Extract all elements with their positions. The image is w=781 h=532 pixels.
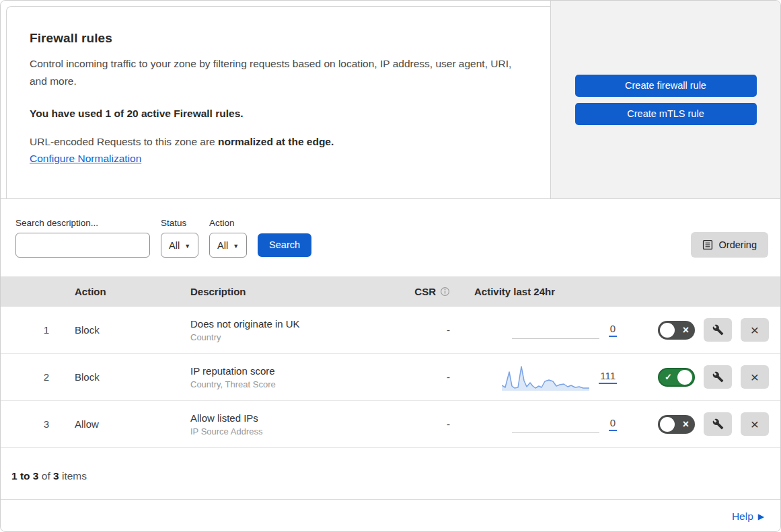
action-label: Action: [209, 218, 247, 228]
search-input-wrapper: [15, 233, 150, 258]
rule-activity-cell: 111: [461, 364, 629, 391]
ordering-button-label: Ordering: [719, 239, 757, 250]
normalization-note: URL-encoded Requests to this zone are no…: [30, 136, 526, 148]
search-input[interactable]: [28, 240, 149, 251]
firewall-rules-page: Firewall rules Control incoming traffic …: [0, 0, 781, 532]
rule-criteria: IP Source Address: [190, 426, 392, 436]
rule-criteria: Country, Threat Score: [190, 379, 392, 389]
list-document-icon: [702, 239, 713, 250]
status-label: Status: [161, 218, 198, 228]
configure-normalization-link[interactable]: Configure Normalization: [30, 153, 141, 165]
edit-rule-button[interactable]: [704, 318, 732, 342]
flat-sparkline: [512, 338, 599, 339]
rule-csr-value: -: [447, 324, 461, 336]
rule-priority: 1: [44, 324, 75, 336]
status-dropdown-value: All: [169, 240, 180, 251]
action-dropdown-value: All: [217, 240, 228, 251]
rule-enabled-toggle[interactable]: ✓ ×: [658, 415, 695, 434]
x-icon: ×: [683, 324, 689, 336]
ordering-button[interactable]: Ordering: [691, 232, 768, 258]
page-title: Firewall rules: [30, 31, 526, 46]
status-dropdown[interactable]: All ▼: [161, 233, 198, 258]
pagination-summary: 1 to 3 of 3 items: [1, 448, 780, 500]
action-column-header: Action: [75, 286, 190, 297]
intro-card: Firewall rules Control incoming traffic …: [6, 6, 550, 198]
csr-column-header: CSR: [414, 286, 461, 297]
action-dropdown[interactable]: All ▼: [209, 233, 247, 258]
table-row: 2 Block IP reputation score Country, Thr…: [1, 354, 780, 401]
items-of-text: of: [38, 470, 53, 482]
cta-panel: Create firewall rule Create mTLS rule: [550, 1, 780, 198]
rule-csr-value: -: [447, 371, 461, 383]
close-icon: ×: [751, 370, 759, 384]
rule-enabled-toggle[interactable]: ✓ ×: [658, 368, 695, 387]
normalization-bold: normalized at the edge.: [218, 136, 334, 147]
activity-count-link[interactable]: 0: [609, 323, 617, 337]
description-column-header: Description: [190, 286, 392, 297]
items-range: 1 to 3: [11, 470, 38, 482]
items-total: 3: [53, 470, 59, 482]
rule-controls: ✓ × ×: [629, 412, 780, 436]
activity-count-link[interactable]: 111: [599, 370, 617, 384]
rule-description-cell: Does not originate in UK Country: [190, 318, 392, 342]
x-icon: ×: [683, 418, 689, 430]
edit-rule-button[interactable]: [704, 365, 732, 389]
page-description: Control incoming traffic to your zone by…: [30, 55, 514, 90]
delete-rule-button[interactable]: ×: [741, 318, 769, 342]
toggle-knob: [660, 417, 675, 432]
usage-summary: You have used 1 of 20 active Firewall ru…: [30, 108, 526, 120]
toggle-knob: [660, 323, 675, 338]
delete-rule-button[interactable]: ×: [741, 412, 769, 436]
flat-sparkline: [512, 432, 599, 433]
rule-description-cell: IP reputation score Country, Threat Scor…: [190, 365, 392, 389]
activity-sparkline: [502, 364, 589, 391]
activity-sparkline: [512, 317, 599, 344]
chevron-right-icon: ▶: [758, 512, 764, 521]
rule-controls: ✓ × ×: [629, 365, 780, 389]
rule-controls: ✓ × ×: [629, 318, 780, 342]
rule-enabled-toggle[interactable]: ✓ ×: [658, 321, 695, 340]
edit-rule-button[interactable]: [704, 412, 732, 436]
rule-action: Block: [75, 371, 190, 383]
search-button[interactable]: Search: [258, 233, 311, 257]
table-header-row: Action Description CSR Activity last 24h…: [1, 276, 780, 307]
rule-description-cell: Allow listed IPs IP Source Address: [190, 412, 392, 436]
rules-table: Action Description CSR Activity last 24h…: [1, 276, 780, 448]
action-group: Action All ▼: [209, 218, 247, 258]
activity-sparkline: [512, 411, 599, 438]
rule-priority: 3: [44, 418, 75, 430]
activity-count-link[interactable]: 0: [609, 417, 617, 431]
toggle-knob: [677, 370, 692, 385]
rule-description: Does not originate in UK: [190, 318, 392, 330]
table-row: 3 Allow Allow listed IPs IP Source Addre…: [1, 401, 780, 448]
search-label: Search description...: [15, 218, 150, 228]
help-bar: Help ▶: [1, 500, 780, 532]
rule-action: Allow: [75, 418, 190, 430]
check-icon: ✓: [665, 372, 672, 382]
create-firewall-rule-button[interactable]: Create firewall rule: [575, 75, 757, 97]
rule-action: Block: [75, 324, 190, 336]
activity-column-header: Activity last 24hr: [461, 286, 629, 297]
status-group: Status All ▼: [161, 218, 198, 258]
help-link-label: Help: [732, 510, 753, 523]
rule-activity-cell: 0: [461, 317, 629, 344]
rule-csr-value: -: [447, 418, 461, 430]
search-group: Search description...: [15, 218, 150, 258]
rule-description: Allow listed IPs: [190, 412, 392, 424]
create-mtls-rule-button[interactable]: Create mTLS rule: [575, 103, 757, 125]
csr-header-label: CSR: [414, 286, 436, 297]
wrench-icon: [712, 324, 724, 336]
help-link[interactable]: Help ▶: [732, 510, 764, 523]
rule-priority: 2: [44, 371, 75, 383]
filter-bar: Search description... Status All ▼ Actio…: [1, 199, 780, 276]
close-icon: ×: [751, 417, 759, 431]
info-icon[interactable]: [440, 287, 450, 297]
wrench-icon: [712, 371, 724, 383]
normalization-text: URL-encoded Requests to this zone are: [30, 136, 218, 147]
delete-rule-button[interactable]: ×: [741, 365, 769, 389]
wrench-icon: [712, 418, 724, 430]
chevron-down-icon: ▼: [233, 241, 239, 250]
close-icon: ×: [751, 323, 759, 337]
rule-criteria: Country: [190, 332, 392, 342]
items-suffix-text: items: [59, 470, 87, 482]
